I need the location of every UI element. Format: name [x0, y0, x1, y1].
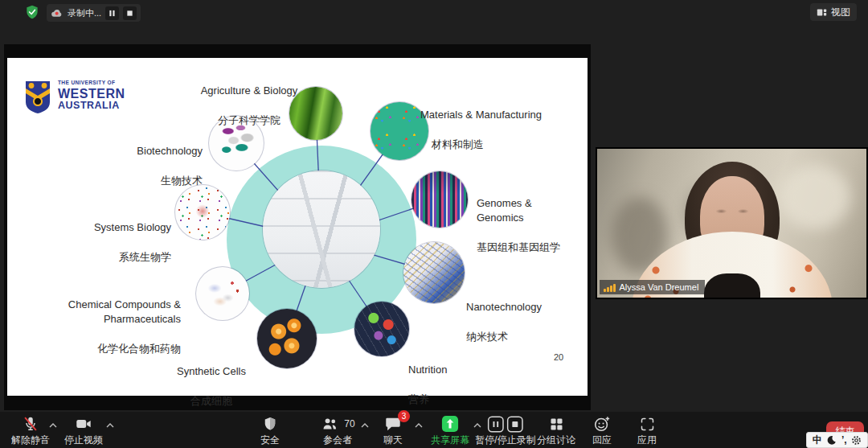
pause-recording-button[interactable] [105, 6, 119, 20]
zoom-meeting-window: 录制中... 视图 [0, 0, 868, 448]
label-nanotechnology: Nanotechnology 纳米技术 [466, 286, 542, 359]
view-button-label: 视图 [831, 6, 850, 19]
nutrition-image [354, 302, 409, 356]
stop-recording-button[interactable] [123, 6, 137, 20]
label-agriculture-biology: Agriculture & Biology 分子科学学院 [185, 69, 313, 142]
video-camera-icon [74, 415, 93, 433]
breakout-rooms-label: 分组讨论 [537, 434, 575, 447]
reactions-smiley-icon [593, 415, 611, 433]
recording-status-label: 录制中... [68, 7, 101, 19]
security-button[interactable]: 安全 [260, 415, 280, 447]
pause-stop-recording-button[interactable]: 暂停/停止录制 [475, 415, 535, 447]
stop-video-button[interactable]: 停止视频 [64, 415, 103, 447]
synthetic-cells-image [257, 309, 317, 368]
shared-screen-area: THE UNIVERSITY OF WESTERN AUSTRALIA [4, 44, 591, 410]
share-screen-icon [441, 415, 459, 433]
ime-toolbar: 中 ’, [806, 432, 868, 448]
video-options-caret[interactable] [105, 421, 115, 430]
stop-square-icon [507, 416, 524, 433]
participants-options-caret[interactable] [360, 421, 370, 430]
chat-label: 聊天 [383, 434, 403, 447]
reactions-label: 回应 [592, 434, 612, 447]
chat-unread-badge: 3 [398, 410, 410, 422]
participant-name-tag: Alyssa Van Dreumel [600, 280, 705, 294]
participants-label: 参会者 [323, 434, 352, 447]
genomes-genomics-image [411, 171, 468, 228]
chat-options-caret[interactable] [414, 421, 424, 430]
participants-icon [320, 415, 339, 433]
ime-fullwidth-moon-icon[interactable] [826, 435, 837, 446]
participant-name: Alyssa Van Dreumel [620, 282, 699, 292]
view-button[interactable]: 视图 [810, 3, 857, 21]
share-screen-button[interactable]: 共享屏幕 [431, 415, 469, 447]
stop-video-label: 停止视频 [64, 434, 103, 447]
cloud-recording-icon [51, 7, 63, 18]
mute-options-caret[interactable] [48, 421, 58, 430]
breakout-rooms-icon [548, 416, 565, 433]
chemical-compounds-image [196, 267, 249, 320]
label-genomes-genomics: Genomes & Genomics 基因组和基因组学 [477, 182, 560, 269]
pause-square-icon [488, 416, 505, 433]
label-systems-biology: Systems Biology 系统生物学 [59, 206, 171, 279]
chat-button[interactable]: 3 聊天 [383, 415, 403, 447]
participants-button[interactable]: 70 参会者 [320, 415, 354, 447]
meeting-toolbar: 解除静音 停止视频 安全 [0, 412, 868, 448]
unmute-button[interactable]: 解除静音 [11, 415, 50, 447]
security-label: 安全 [260, 434, 280, 447]
presentation-slide: THE UNIVERSITY OF WESTERN AUSTRALIA [7, 58, 588, 396]
ime-punctuation-toggle[interactable]: ’, [841, 435, 847, 445]
audio-signal-icon [604, 283, 616, 292]
recording-indicator: 录制中... [47, 4, 141, 22]
breakout-rooms-button[interactable]: 分组讨论 [537, 415, 575, 447]
ime-language-mode[interactable]: 中 [813, 435, 822, 445]
label-materials-manufacturing: Materials & Manufacturing 材料和制造 [420, 93, 542, 166]
pause-icon [108, 10, 116, 17]
slide-page-number: 20 [554, 352, 563, 362]
recording-controls-label: 暂停/停止录制 [475, 434, 535, 447]
microphone-muted-icon [22, 415, 39, 433]
unmute-label: 解除静音 [11, 434, 50, 447]
meeting-topbar: 录制中... 视图 [0, 0, 868, 24]
central-building-image [263, 171, 380, 288]
share-screen-label: 共享屏幕 [431, 434, 469, 447]
reactions-button[interactable]: 回应 [592, 415, 612, 447]
label-nutrition: Nutrition 营养 [408, 348, 447, 421]
encryption-shield-icon [24, 4, 40, 20]
view-layout-icon [817, 7, 827, 18]
participants-count: 70 [344, 418, 354, 430]
ime-settings-gear-icon[interactable] [851, 435, 862, 446]
stop-icon [126, 10, 133, 17]
nanotechnology-image [403, 242, 465, 303]
apps-button[interactable]: 应用 [637, 415, 657, 447]
participant-video: Alyssa Van Dreumel [597, 149, 866, 298]
participant-video-tile: Alyssa Van Dreumel [596, 147, 868, 299]
apps-label: 应用 [637, 434, 657, 447]
apps-icon [639, 416, 656, 433]
security-shield-icon [262, 415, 278, 433]
label-biotechnology: Biotechnology 生物技术 [90, 129, 203, 203]
